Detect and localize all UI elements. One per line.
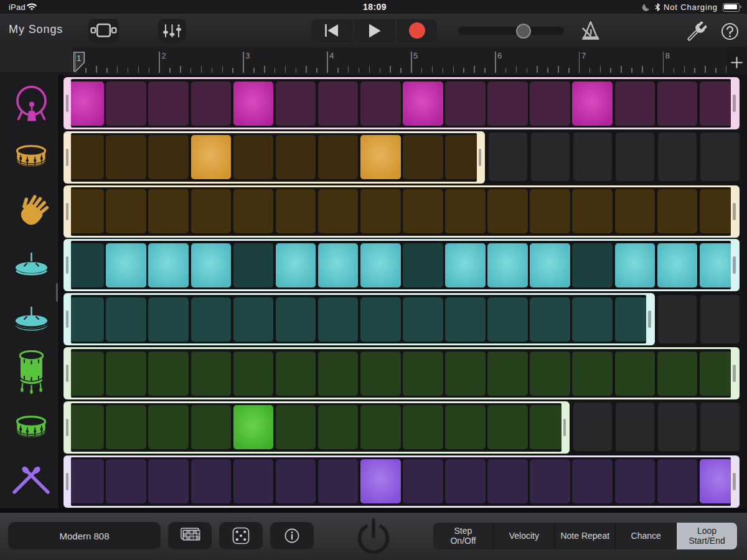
svg-text:1: 1 — [77, 53, 81, 62]
